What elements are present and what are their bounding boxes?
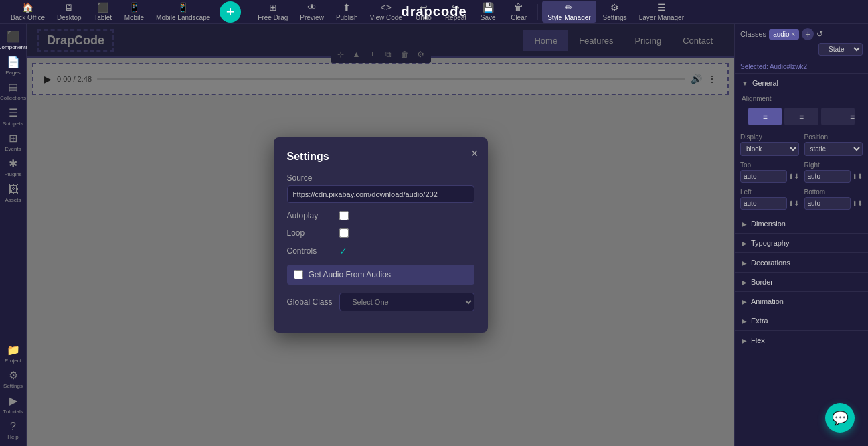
- modal-close-button[interactable]: ×: [471, 147, 479, 161]
- align-left-button[interactable]: ≡: [748, 108, 782, 125]
- toolbar-preview[interactable]: 👁 Preview: [294, 1, 329, 23]
- toolbar-mobile-landscape[interactable]: 📱 Mobile Landscape: [151, 1, 215, 23]
- toolbar-back-office[interactable]: 🏠 Back Office: [5, 1, 50, 23]
- sidebar-item-pages[interactable]: 📄 Pages: [1, 54, 25, 78]
- toolbar-layer-manager[interactable]: ☰ Layer Manager: [634, 1, 689, 23]
- position-select[interactable]: static: [804, 142, 863, 156]
- save-icon: 💾: [483, 2, 494, 13]
- section-flex-header[interactable]: ▶ Flex: [735, 331, 868, 350]
- publish-icon: ⬆: [343, 2, 351, 13]
- source-input[interactable]: [287, 185, 474, 203]
- section-decorations-header[interactable]: ▶ Decorations: [735, 253, 868, 272]
- left-bottom-row: Left ⬆⬇ Bottom ⬆⬇: [735, 187, 868, 214]
- global-class-row: Global Class - Select One -: [287, 293, 474, 311]
- assets-icon: 🖼: [8, 183, 19, 196]
- help-icon: ?: [10, 421, 16, 433]
- sidebar-item-events[interactable]: ⊞ Events: [1, 130, 25, 154]
- top-col: Top ⬆⬇: [740, 161, 799, 183]
- display-select[interactable]: block: [740, 142, 799, 156]
- left-col: Left ⬆⬇: [740, 188, 799, 210]
- section-dimension-header[interactable]: ▶ Dimension: [735, 214, 868, 233]
- section-border-header[interactable]: ▶ Border: [735, 273, 868, 291]
- typography-chevron-icon: ▶: [742, 240, 747, 247]
- section-extra: ▶ Extra: [735, 311, 868, 331]
- toolbar-publish[interactable]: ⬆ Publish: [331, 1, 363, 23]
- toolbar-settings[interactable]: ⚙ Settings: [598, 1, 632, 23]
- toolbar-clear[interactable]: 🗑 Clear: [504, 1, 533, 23]
- selected-label: Selected: Audio#lzwk2: [735, 60, 868, 74]
- sidebar-item-components[interactable]: ⬛ Components: [1, 28, 25, 52]
- sidebar-item-tutorials[interactable]: ▶ Tutorials: [1, 392, 25, 417]
- canvas-area: DrapCode Home Features Pricing Contact ⊹…: [27, 24, 734, 446]
- toolbar-free-drag[interactable]: ⊞ Free Drag: [252, 1, 293, 23]
- clear-icon: 🗑: [514, 2, 523, 13]
- right-panel: Classes audio × + ↺ - State - Selected: …: [734, 24, 868, 446]
- style-manager-icon: ✏: [565, 2, 573, 13]
- bottom-input[interactable]: [804, 197, 851, 210]
- align-right-button[interactable]: ≡: [821, 108, 855, 125]
- left-input[interactable]: [740, 197, 787, 210]
- add-class-button[interactable]: +: [802, 28, 814, 40]
- chat-button[interactable]: 💬: [825, 403, 855, 433]
- sidebar-item-snippets[interactable]: ☰ Snippets: [1, 104, 25, 129]
- toolbar-tablet[interactable]: ⬛ Tablet: [88, 1, 118, 23]
- top-right-row: Top ⬆⬇ Right ⬆⬇: [735, 160, 868, 187]
- source-field: Source: [287, 173, 474, 203]
- source-label: Source: [287, 173, 474, 183]
- position-col: Position static: [804, 133, 863, 156]
- align-center-button[interactable]: ≡: [784, 108, 818, 125]
- section-animation-header[interactable]: ▶ Animation: [735, 292, 868, 311]
- class-tag-close[interactable]: ×: [792, 31, 796, 38]
- right-input[interactable]: [804, 170, 851, 183]
- components-icon: ⬛: [7, 30, 20, 43]
- section-typography: ▶ Typography: [735, 234, 868, 253]
- toolbar-desktop[interactable]: 🖥 Desktop: [52, 1, 87, 23]
- sidebar-item-help[interactable]: ? Help: [1, 418, 25, 442]
- sidebar-item-assets[interactable]: 🖼 Assets: [1, 181, 25, 205]
- sidebar-item-project[interactable]: 📁 Project: [1, 342, 25, 366]
- refresh-class-button[interactable]: ↺: [816, 29, 823, 39]
- decorations-chevron-icon: ▶: [742, 259, 747, 267]
- mobile-landscape-icon: 📱: [177, 2, 189, 13]
- bottom-label: Bottom: [804, 188, 863, 196]
- section-general-header[interactable]: ▼ General: [735, 74, 868, 92]
- toolbar-separator-1: [248, 4, 248, 20]
- controls-row: Controls ✓: [287, 246, 474, 256]
- section-typography-header[interactable]: ▶ Typography: [735, 234, 868, 252]
- add-element-button[interactable]: +: [220, 1, 241, 23]
- extra-chevron-icon: ▶: [742, 317, 747, 325]
- sidebar-item-global-settings[interactable]: ⚙ Settings: [1, 367, 25, 391]
- right-stepper[interactable]: ⬆⬇: [852, 173, 863, 180]
- global-class-select[interactable]: - Select One -: [339, 293, 474, 311]
- autoplay-checkbox[interactable]: [339, 211, 349, 220]
- left-label: Left: [740, 188, 799, 196]
- modal-overlay: Settings × Source Autoplay Loop: [27, 24, 734, 446]
- display-position-row: Display block Position static: [735, 132, 868, 160]
- section-extra-header[interactable]: ▶ Extra: [735, 311, 868, 330]
- alignment-label: Alignment: [742, 95, 861, 102]
- top-stepper[interactable]: ⬆⬇: [788, 173, 799, 180]
- preview-icon: 👁: [307, 2, 317, 13]
- desktop-icon: 🖥: [64, 2, 74, 13]
- top-input[interactable]: [740, 170, 787, 183]
- toolbar-style-manager[interactable]: ✏ Style Manager: [542, 1, 596, 23]
- get-audio-checkbox[interactable]: [294, 270, 303, 279]
- project-icon: 📁: [7, 344, 20, 356]
- autoplay-label: Autoplay: [287, 211, 334, 220]
- class-tag-audio: audio ×: [769, 29, 799, 40]
- back-office-icon: 🏠: [22, 2, 33, 13]
- modal-title: Settings: [287, 151, 474, 163]
- loop-checkbox[interactable]: [339, 228, 349, 238]
- sidebar-item-collections[interactable]: ▤ Collections: [1, 79, 25, 103]
- section-flex: ▶ Flex: [735, 331, 868, 350]
- right-col: Right ⬆⬇: [804, 161, 863, 183]
- get-audio-row[interactable]: Get Audio From Audios: [287, 265, 474, 285]
- display-col: Display block: [740, 133, 799, 156]
- toolbar-mobile[interactable]: 📱 Mobile: [119, 1, 149, 23]
- bottom-stepper[interactable]: ⬆⬇: [852, 200, 863, 207]
- toolbar-save[interactable]: 💾 Save: [473, 1, 503, 23]
- left-stepper[interactable]: ⬆⬇: [788, 200, 799, 207]
- controls-check: ✓: [339, 246, 347, 256]
- state-dropdown[interactable]: - State -: [818, 43, 863, 56]
- sidebar-item-plugins[interactable]: ✱ Plugins: [1, 155, 25, 179]
